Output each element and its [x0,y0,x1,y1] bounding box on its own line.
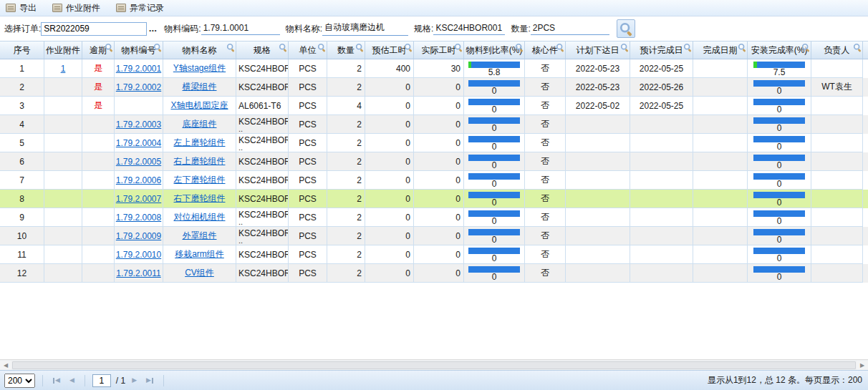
column-filter-icon[interactable] [516,44,523,51]
attachment-link[interactable]: 1 [61,64,66,74]
col-header-name[interactable]: 物料名称 [163,42,236,59]
cell-owner [811,264,863,283]
material-name-link[interactable]: Y轴stage组件 [173,62,226,74]
column-filter-icon[interactable] [854,44,861,51]
col-header-owner[interactable]: 负责人 [811,42,863,59]
page-number-input[interactable] [92,374,111,387]
column-filter-icon[interactable] [279,44,286,51]
col-header-core[interactable]: 核心件 [525,42,566,59]
table-row-12[interactable]: 121.79.2.0011CV组件KSC24HBORPCS2000否0 [0,264,868,283]
table-row-11[interactable]: 111.79.2.0010移栽arm组件KSC24HBORPCS2000否0 [0,245,868,264]
table-row-7[interactable]: 71.79.2.0006左下磨轮组件KSC24HBORPCS2000否0 [0,171,868,190]
column-filter-icon[interactable] [738,44,746,51]
material-name-link[interactable]: CV组件 [185,267,214,279]
cell-qty: 2 [327,171,365,190]
progress-value: 0 [492,142,497,151]
column-filter-icon[interactable] [154,44,161,51]
prev-page-button[interactable]: ◀ [67,377,77,384]
column-filter-icon[interactable] [318,44,325,51]
pager-separator [163,375,164,386]
column-filter-icon[interactable] [684,44,691,51]
material-code-link[interactable]: 1.79.2.0003 [116,120,161,130]
first-page-button[interactable]: ◀ [50,377,63,384]
col-header-overdue[interactable]: 逾期 [82,42,115,59]
table-row-5[interactable]: 51.79.2.0004左上磨轮组件KSC24HBOR..PCS2000否0 [0,134,868,152]
table-row-9[interactable]: 91.79.2.0008对位相机组件KSC24HBOR..PCS2000否0 [0,208,868,227]
material-name-link[interactable]: 移栽arm组件 [175,248,224,260]
material-name-link[interactable]: 对位相机组件 [174,211,226,223]
material-code-link[interactable]: 1.79.2.0006 [116,175,161,185]
material-code-link[interactable]: 1.79.2.0011 [116,268,161,278]
order-select-input[interactable] [41,22,147,36]
col-header-finish[interactable]: 完成日期 [693,42,748,59]
col-header-spec[interactable]: 规格 [236,42,289,59]
table-row-10[interactable]: 101.79.2.0009外罩组件KSC24HBOR..PCS2000否0 [0,227,868,245]
col-header-arrival[interactable]: 物料到比率(%) [464,42,525,59]
spec-text: KSC24HBOR [238,250,289,259]
material-code-link[interactable]: 1.79.2.0002 [116,82,161,92]
col-header-qty[interactable]: 数量 [327,42,365,59]
scroll-left-icon[interactable]: ◀ [0,361,11,370]
exception-record-button[interactable]: 异常记录 [116,2,164,14]
table-row-4[interactable]: 41.79.2.0003底座组件KSC24HBOR..PCS2000否0 [0,115,868,134]
col-header-expect[interactable]: 预计完成日 [630,42,693,59]
material-name-link[interactable]: 右上磨轮组件 [174,155,226,167]
material-code-link[interactable]: 1.79.2.0004 [116,138,161,148]
cell-act: 0 [414,227,464,245]
column-filter-icon[interactable] [802,44,809,51]
material-name-link[interactable]: 横梁组件 [183,81,217,93]
table-row-2[interactable]: 2是1.79.2.0002横梁组件KSC24HBORPCS2000否2022-0… [0,78,868,97]
cell-seq: 8 [0,190,44,208]
col-header-est[interactable]: 预估工时 [365,42,414,59]
material-name-link[interactable]: 左下磨轮组件 [174,174,226,186]
col-header-label: 预计完成日 [640,44,683,57]
col-header-seq[interactable]: 序号 [0,42,44,59]
material-name-link[interactable]: 右下磨轮组件 [174,192,226,205]
table-row-1[interactable]: 11是1.79.2.0001Y轴stage组件KSC24HBORPCS24003… [0,59,868,78]
col-header-act[interactable]: 实际工时 [414,42,464,59]
material-code-link[interactable]: 1.79.2.0008 [116,213,161,223]
material-code-link[interactable]: 1.79.2.0010 [116,250,161,260]
column-filter-icon[interactable] [621,44,628,51]
column-filter-icon[interactable] [455,44,462,51]
cell-seq: 3 [0,97,44,115]
column-filter-icon[interactable] [356,44,363,51]
table-row-8[interactable]: 81.79.2.0007右下磨轮组件KSC24HBORPCS2000否0 [0,190,868,208]
table-row-3[interactable]: 3是X轴电机固定座AL6061-T6PCS4000否2022-05-022022… [0,97,868,115]
material-code-link[interactable]: 1.79.2.0001 [116,64,161,74]
cell-act: 30 [414,59,464,78]
next-page-button[interactable]: ▶ [129,377,140,384]
scrollbar-thumb[interactable] [12,361,856,369]
column-filter-icon[interactable] [227,44,234,51]
search-button[interactable] [617,19,635,38]
col-header-attach[interactable]: 作业附件 [44,42,82,59]
col-header-code[interactable]: 物料编号 [115,42,163,59]
cell-unit: PCS [289,59,327,78]
material-name-link[interactable]: 左上磨轮组件 [174,137,226,149]
material-name-link[interactable]: 底座组件 [183,118,217,130]
last-page-button[interactable]: ▶ [143,377,156,384]
job-attachment-button[interactable]: 作业附件 [52,2,100,14]
page-size-select[interactable]: 200 [4,374,35,388]
material-code-link[interactable]: 1.79.2.0009 [116,231,161,241]
export-button[interactable]: 导出 [6,2,37,14]
material-code-link[interactable]: 1.79.2.0005 [116,157,161,167]
column-filter-icon[interactable] [556,44,564,51]
install-progress-bar [753,173,805,180]
column-filter-icon[interactable] [405,44,412,51]
material-name-link[interactable]: X轴电机固定座 [170,99,228,112]
order-browse-button[interactable]: ... [147,22,158,36]
material-name-link[interactable]: 外罩组件 [183,230,217,242]
material-code-link[interactable]: 1.79.2.0007 [116,194,161,204]
cell-seq: 4 [0,115,44,134]
col-header-unit[interactable]: 单位 [289,42,327,59]
table-row-6[interactable]: 61.79.2.0005右上磨轮组件KSC24HBORPCS2000否0 [0,152,868,171]
cell-finish [693,264,748,283]
col-header-install[interactable]: 安装完成率(%) [748,42,811,59]
horizontal-scrollbar[interactable]: ◀ ▶ [0,359,868,370]
column-filter-icon[interactable] [105,44,112,51]
col-header-plan[interactable]: 计划下达日 [566,42,630,59]
scroll-right-icon[interactable]: ▶ [857,361,868,370]
cell-attach [44,208,82,227]
cell-overdue [82,171,115,190]
